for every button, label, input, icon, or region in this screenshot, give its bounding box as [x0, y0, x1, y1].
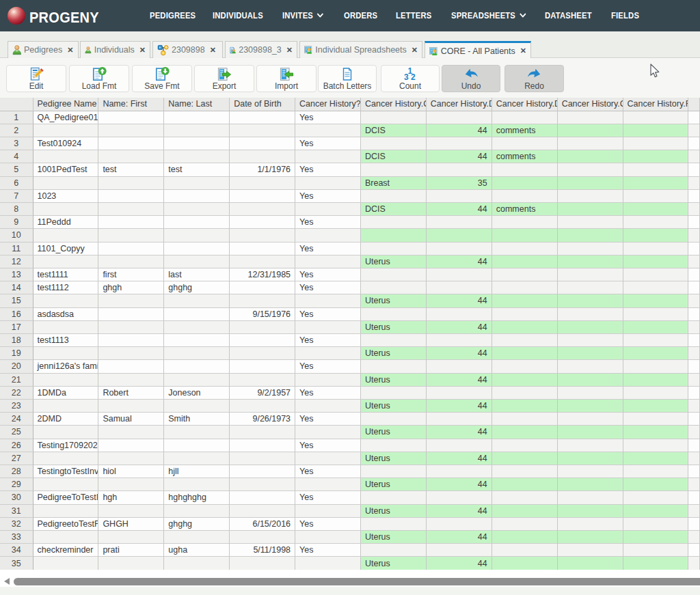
svg-text:3: 3	[404, 72, 409, 81]
svg-text:2: 2	[411, 72, 416, 81]
